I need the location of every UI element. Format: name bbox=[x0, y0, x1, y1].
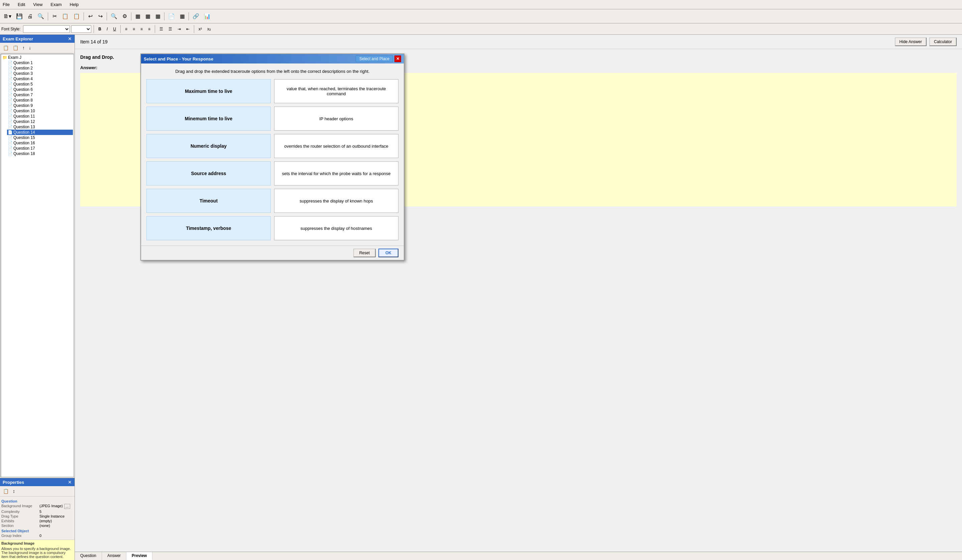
drag-item-source-address[interactable]: Source address bbox=[147, 161, 271, 185]
drag-item-timeout[interactable]: Timeout bbox=[147, 189, 271, 213]
drop-item-3[interactable]: overrides the router selection of an out… bbox=[274, 134, 399, 158]
drag-grid: Maximum time to live value that, when re… bbox=[147, 79, 399, 240]
dialog-content: Drag and drop the extended traceroute op… bbox=[141, 63, 404, 246]
drag-item-min-ttl[interactable]: Minemum time to live bbox=[147, 106, 271, 130]
ok-btn[interactable]: OK bbox=[378, 249, 399, 257]
reset-btn[interactable]: Reset bbox=[353, 249, 376, 257]
dialog-footer: Reset OK bbox=[141, 246, 404, 260]
dialog-badge: Select and Place bbox=[356, 55, 393, 62]
dialog: Select and Place - Your Response Select … bbox=[140, 53, 404, 261]
drag-item-timestamp[interactable]: Timestamp, verbose bbox=[147, 216, 271, 240]
dialog-close-btn[interactable]: ✕ bbox=[394, 55, 401, 62]
dialog-instructions: Drag and drop the extended traceroute op… bbox=[147, 69, 399, 74]
drop-item-1[interactable]: value that, when reached, terminates the… bbox=[274, 79, 399, 103]
drop-item-2[interactable]: IP header options bbox=[274, 106, 399, 130]
drag-item-numeric[interactable]: Numeric display bbox=[147, 134, 271, 158]
dialog-title: Select and Place - Your Response bbox=[144, 56, 213, 61]
drop-item-6[interactable]: suppresses the display of hostnames bbox=[274, 216, 399, 240]
drop-item-5[interactable]: suppresses the display of known hops bbox=[274, 189, 399, 213]
drag-item-max-ttl[interactable]: Maximum time to live bbox=[147, 79, 271, 103]
dialog-overlay: Select and Place - Your Response Select … bbox=[0, 0, 962, 560]
drop-item-4[interactable]: sets the interval for which the probe wa… bbox=[274, 161, 399, 185]
dialog-title-bar: Select and Place - Your Response Select … bbox=[141, 54, 404, 63]
